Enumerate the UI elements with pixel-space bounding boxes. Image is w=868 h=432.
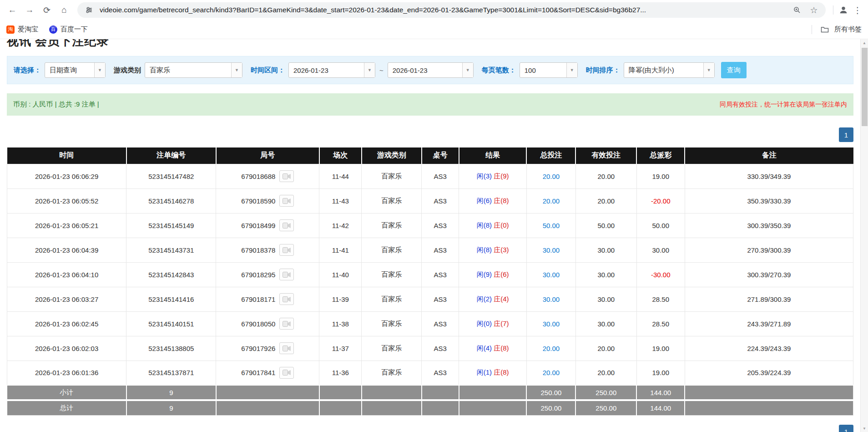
col-total-bet: 总投注 bbox=[526, 147, 575, 164]
bookmarks-divider bbox=[812, 25, 812, 34]
table-row: 2026-01-23 06:04:39 523145143731 6790183… bbox=[7, 238, 853, 262]
cell-payout: 28.50 bbox=[636, 311, 685, 336]
result-player: 闲(8) bbox=[477, 221, 492, 229]
bookmark-aitaobao[interactable]: 淘 爱淘宝 bbox=[6, 25, 38, 34]
bookmark-star-icon[interactable]: ☆ bbox=[807, 4, 820, 16]
vertical-scrollbar[interactable]: ▲ ▼ bbox=[860, 39, 868, 432]
video-replay-icon[interactable] bbox=[279, 269, 294, 280]
profile-avatar-icon[interactable] bbox=[837, 4, 850, 16]
page-1-button[interactable]: 1 bbox=[839, 127, 853, 142]
zoom-icon[interactable] bbox=[791, 4, 803, 16]
date-start-value: 2026-01-23 bbox=[289, 63, 364, 77]
result-player: 闲(3) bbox=[477, 172, 492, 180]
page-1-button[interactable]: 1 bbox=[839, 425, 853, 432]
chevron-down-icon[interactable]: ▼ bbox=[231, 63, 242, 77]
chevron-down-icon[interactable]: ▼ bbox=[94, 63, 105, 77]
cell-payout: 28.50 bbox=[636, 287, 685, 311]
refresh-icon[interactable]: ⟳ bbox=[39, 2, 55, 18]
result-banker: 庄(3) bbox=[494, 246, 509, 254]
chevron-down-icon[interactable]: ▼ bbox=[462, 63, 473, 77]
video-replay-icon[interactable] bbox=[279, 318, 294, 330]
video-replay-icon[interactable] bbox=[279, 244, 294, 256]
cell-result: 闲(8) 庄(3) bbox=[459, 238, 527, 262]
sort-label: 时间排序： bbox=[586, 66, 620, 75]
site-settings-icon[interactable] bbox=[83, 4, 96, 16]
cell-note: 350.39/330.39 bbox=[685, 188, 853, 213]
cell-result: 闲(1) 庄(8) bbox=[459, 361, 527, 385]
menu-kebab-icon[interactable]: ⋮ bbox=[852, 5, 863, 15]
video-replay-icon[interactable] bbox=[279, 219, 294, 231]
cell-game: 百家乐 bbox=[362, 311, 422, 336]
video-replay-icon[interactable] bbox=[279, 293, 294, 305]
home-icon[interactable]: ⌂ bbox=[56, 2, 72, 18]
chevron-down-icon[interactable]: ▼ bbox=[703, 63, 714, 77]
summary-note: 同局有效投注，统一计算在该局第一张注单内 bbox=[720, 101, 847, 109]
cell-valid-bet: 20.00 bbox=[575, 188, 636, 213]
cell-result: 闲(9) 庄(6) bbox=[459, 262, 527, 287]
chevron-down-icon[interactable]: ▼ bbox=[566, 63, 577, 77]
col-game-type: 游戏类别 bbox=[362, 147, 422, 164]
cell-result: 闲(8) 庄(0) bbox=[459, 213, 527, 238]
url-bar[interactable]: videoie.com/game/betrecord_search/kind3?… bbox=[77, 2, 826, 18]
table-row: 2026-01-23 06:05:52 523145146278 6790185… bbox=[7, 188, 853, 213]
cell-time: 2026-01-23 06:02:45 bbox=[7, 311, 126, 336]
scrollbar-thumb[interactable] bbox=[862, 48, 868, 126]
col-session: 场次 bbox=[319, 147, 362, 164]
subtotal-valid-bet: 250.00 bbox=[575, 385, 636, 400]
bookmark-baidu[interactable]: 百 百度一下 bbox=[49, 25, 88, 34]
cell-note: 300.39/270.39 bbox=[685, 262, 853, 287]
cell-table: AS3 bbox=[422, 164, 459, 188]
date-end-select[interactable]: 2026-01-23 ▼ bbox=[388, 62, 474, 78]
video-replay-icon[interactable] bbox=[279, 170, 294, 182]
back-icon[interactable]: ← bbox=[5, 2, 20, 18]
video-replay-icon[interactable] bbox=[279, 342, 294, 354]
cell-total-bet[interactable]: 30.00 bbox=[526, 311, 575, 336]
round-number: 679017841 bbox=[241, 369, 275, 376]
table-row: 2026-01-23 06:01:36 523145137871 6790178… bbox=[7, 361, 853, 385]
col-valid-bet: 有效投注 bbox=[575, 147, 636, 164]
total-count: 9 bbox=[126, 400, 216, 415]
page-size-select[interactable]: 100 ▼ bbox=[520, 62, 578, 78]
cell-total-bet[interactable]: 20.00 bbox=[526, 336, 575, 361]
video-replay-icon[interactable] bbox=[279, 367, 294, 379]
date-start-select[interactable]: 2026-01-23 ▼ bbox=[288, 62, 375, 78]
cell-session: 11-44 bbox=[319, 164, 362, 188]
cell-total-bet[interactable]: 30.00 bbox=[526, 262, 575, 287]
scroll-down-icon[interactable]: ▼ bbox=[861, 425, 868, 432]
cell-table: AS3 bbox=[422, 213, 459, 238]
taobao-favicon-icon: 淘 bbox=[6, 25, 15, 34]
pagination-bottom: 1 bbox=[7, 425, 853, 432]
cell-total-bet[interactable]: 20.00 bbox=[526, 188, 575, 213]
browser-toolbar: ← → ⟳ ⌂ videoie.com/game/betrecord_searc… bbox=[0, 0, 868, 20]
video-replay-icon[interactable] bbox=[279, 195, 294, 207]
game-type-select[interactable]: 百家乐 ▼ bbox=[145, 62, 242, 78]
cell-game: 百家乐 bbox=[362, 361, 422, 385]
cell-total-bet[interactable]: 30.00 bbox=[526, 238, 575, 262]
sort-select[interactable]: 降幂(由大到小) ▼ bbox=[624, 62, 715, 78]
cell-total-bet[interactable]: 20.00 bbox=[526, 164, 575, 188]
cell-time: 2026-01-23 06:04:39 bbox=[7, 238, 126, 262]
scroll-up-icon[interactable]: ▲ bbox=[861, 39, 868, 46]
query-type-select[interactable]: 日期查询 ▼ bbox=[45, 62, 106, 78]
filter-bar: 请选择： 日期查询 ▼ 游戏类别 百家乐 ▼ 时间区间： 2026-01-23 … bbox=[7, 56, 853, 84]
forward-icon[interactable]: → bbox=[22, 2, 37, 18]
all-bookmarks-label: 所有书签 bbox=[834, 25, 862, 34]
cell-result: 闲(0) 庄(7) bbox=[459, 311, 527, 336]
page-size-label: 每页笔数： bbox=[482, 66, 516, 75]
cell-total-bet[interactable]: 30.00 bbox=[526, 287, 575, 311]
cell-total-bet[interactable]: 20.00 bbox=[526, 361, 575, 385]
date-end-value: 2026-01-23 bbox=[388, 63, 462, 77]
search-button[interactable]: 查询 bbox=[721, 62, 747, 78]
url-text[interactable]: videoie.com/game/betrecord_search/kind3?… bbox=[100, 6, 787, 14]
result-banker: 庄(0) bbox=[494, 221, 509, 229]
cell-total-bet[interactable]: 50.00 bbox=[526, 213, 575, 238]
subtotal-total-bet: 250.00 bbox=[526, 385, 575, 400]
table-row: 2026-01-23 06:02:03 523145138805 6790179… bbox=[7, 336, 853, 361]
cell-session: 11-36 bbox=[319, 361, 362, 385]
cell-session: 11-40 bbox=[319, 262, 362, 287]
all-bookmarks[interactable]: 所有书签 bbox=[818, 23, 862, 36]
cell-payout: 30.00 bbox=[636, 238, 685, 262]
cell-time: 2026-01-23 06:05:52 bbox=[7, 188, 126, 213]
chevron-down-icon[interactable]: ▼ bbox=[364, 63, 375, 77]
total-payout: 144.00 bbox=[636, 400, 685, 415]
